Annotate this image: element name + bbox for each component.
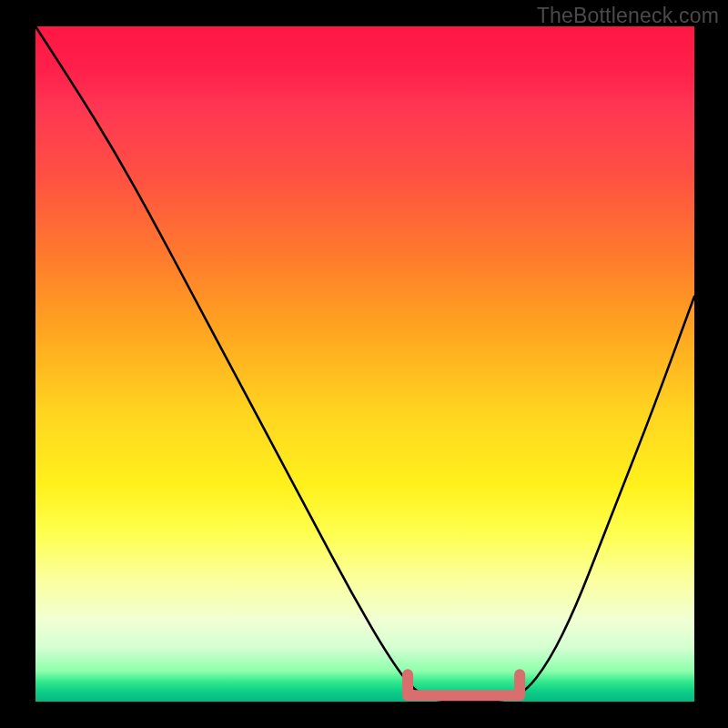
plot-area [35,26,694,702]
curve-overlay [35,26,694,702]
basin-marker [408,674,520,695]
bottleneck-curve [35,26,694,702]
chart-frame: TheBottleneck.com [0,0,728,728]
watermark-text: TheBottleneck.com [537,4,719,28]
